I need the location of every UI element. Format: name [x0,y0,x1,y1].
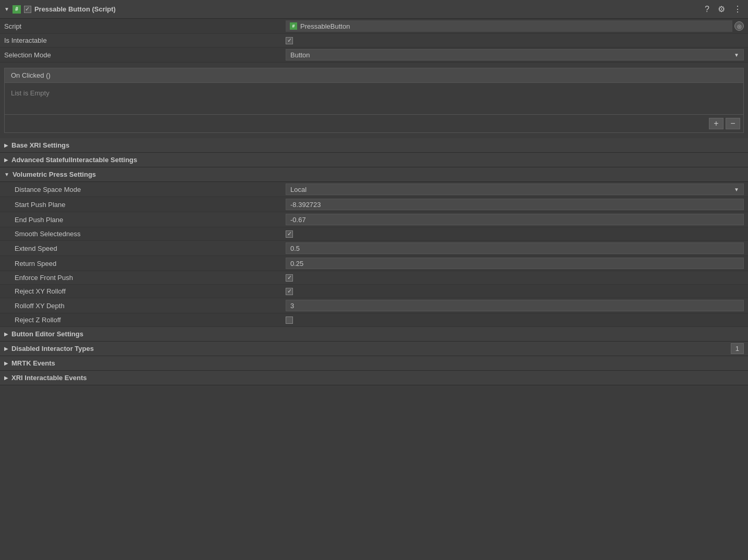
rolloff-xy-depth-label: Rolloff XY Depth [15,302,286,310]
on-clicked-body: List is Empty [5,83,743,114]
enforce-front-push-checkbox[interactable]: ✓ [286,274,293,282]
on-clicked-container: On Clicked () List is Empty + − [0,63,748,138]
start-push-plane-row: Start Push Plane [0,197,748,212]
advanced-stateful-section-header[interactable]: ▶ Advanced StatefulInteractable Settings [0,153,748,167]
base-xri-section-header[interactable]: ▶ Base XRI Settings [0,138,748,153]
selection-mode-dropdown[interactable]: Button ▼ [286,49,744,60]
on-clicked-header: On Clicked () [5,68,743,83]
script-name: PressableButton [300,22,350,30]
volumetric-press-section-header[interactable]: ▼ Volumetric Press Settings [0,167,748,182]
script-file-icon: # [290,22,297,30]
start-push-plane-input[interactable] [286,199,744,210]
xri-events-title: XRI Interactable Events [11,374,87,382]
list-empty-text: List is Empty [11,89,50,97]
distance-space-dropdown-arrow: ▼ [734,187,739,192]
enforce-front-push-checkmark: ✓ [287,274,292,281]
smooth-selectedness-checkmark: ✓ [287,230,292,237]
smooth-selectedness-value: ✓ [286,230,744,238]
component-enabled-checkbox[interactable]: ✓ [24,6,31,13]
is-interactable-label: Is Interactable [4,36,286,44]
script-picker-button[interactable]: ◎ [734,21,744,31]
component-header: ▼ # ✓ Pressable Button (Script) ? ⚙ ⋮ [0,0,748,19]
script-value-area: # PressableButton ◎ [286,20,744,32]
remove-event-button[interactable]: − [726,118,740,129]
end-push-plane-value [286,214,744,225]
mrtk-events-section-header[interactable]: ▶ MRTK Events [0,356,748,371]
disabled-interactor-badge-area: 1 [731,345,744,352]
advanced-stateful-title: Advanced StatefulInteractable Settings [11,156,137,164]
disabled-interactor-arrow: ▶ [4,346,8,351]
volumetric-press-arrow: ▼ [4,172,9,177]
component-panel: ▼ # ✓ Pressable Button (Script) ? ⚙ ⋮ Sc… [0,0,748,385]
enforce-front-push-row: Enforce Front Push ✓ [0,271,748,285]
start-push-plane-value [286,199,744,210]
script-row: Script # PressableButton ◎ [0,19,748,34]
volumetric-press-title: Volumetric Press Settings [13,171,96,178]
end-push-plane-input[interactable] [286,214,744,225]
reject-z-rolloff-checkbox[interactable] [286,316,293,324]
return-speed-label: Return Speed [15,260,286,267]
button-editor-title: Button Editor Settings [11,330,83,338]
return-speed-input[interactable] [286,258,744,269]
xri-events-section-header[interactable]: ▶ XRI Interactable Events [0,371,748,385]
on-clicked-title: On Clicked () [11,71,51,79]
smooth-selectedness-checkbox[interactable]: ✓ [286,230,293,238]
collapse-arrow[interactable]: ▼ [4,6,9,12]
extend-speed-row: Extend Speed [0,241,748,256]
start-push-plane-label: Start Push Plane [15,201,286,209]
rolloff-xy-depth-value [286,300,744,311]
rolloff-xy-depth-input[interactable] [286,300,744,311]
reject-xy-rolloff-checkbox[interactable]: ✓ [286,288,293,295]
advanced-stateful-arrow: ▶ [4,157,8,163]
add-event-button[interactable]: + [709,118,724,129]
rolloff-xy-depth-row: Rolloff XY Depth [0,298,748,313]
selection-mode-row: Selection Mode Button ▼ [0,47,748,63]
script-value: # PressableButton [286,20,732,32]
script-icon: # [13,5,21,14]
reject-xy-rolloff-checkmark: ✓ [287,288,292,295]
extend-speed-input[interactable] [286,242,744,254]
base-xri-arrow: ▶ [4,142,8,148]
is-interactable-row: Is Interactable ✓ [0,34,748,47]
distance-space-mode-dropdown[interactable]: Local ▼ [286,184,744,195]
component-title: Pressable Button (Script) [34,5,700,13]
selection-mode-text: Button [290,51,310,59]
distance-space-mode-label: Distance Space Mode [15,186,286,193]
button-editor-arrow: ▶ [4,331,8,337]
disabled-interactor-count: 1 [731,343,744,354]
menu-button[interactable]: ⋮ [731,3,744,15]
volumetric-press-content: Distance Space Mode Local ▼ Start Push P… [0,182,748,327]
help-button[interactable]: ? [703,4,712,15]
enforce-front-push-label: Enforce Front Push [15,274,286,282]
xri-events-arrow: ▶ [4,375,8,381]
reject-z-rolloff-label: Reject Z Rolloff [15,316,286,324]
smooth-selectedness-row: Smooth Selectedness ✓ [0,227,748,241]
on-clicked-section: On Clicked () List is Empty + − [4,68,744,133]
mrtk-events-title: MRTK Events [11,359,55,367]
disabled-interactor-section-header[interactable]: ▶ Disabled Interactor Types 1 [0,342,748,356]
on-clicked-footer: + − [5,114,743,132]
is-interactable-checkmark: ✓ [287,37,292,44]
button-editor-section-header[interactable]: ▶ Button Editor Settings [0,327,748,342]
selection-mode-label: Selection Mode [4,51,286,59]
dropdown-arrow-icon: ▼ [734,52,739,58]
extend-speed-label: Extend Speed [15,245,286,252]
checkmark-icon: ✓ [25,6,30,13]
base-xri-title: Base XRI Settings [11,141,69,149]
mrtk-events-arrow: ▶ [4,360,8,366]
reject-z-rolloff-row: Reject Z Rolloff [0,313,748,327]
return-speed-row: Return Speed [0,256,748,271]
settings-button[interactable]: ⚙ [716,3,727,15]
selection-mode-value: Button ▼ [286,49,744,60]
is-interactable-value: ✓ [286,37,744,44]
disabled-interactor-title: Disabled Interactor Types [11,345,94,352]
reject-xy-rolloff-value: ✓ [286,288,744,295]
return-speed-value [286,258,744,269]
reject-xy-rolloff-row: Reject XY Rolloff ✓ [0,285,748,298]
header-actions: ? ⚙ ⋮ [703,3,744,15]
distance-space-mode-row: Distance Space Mode Local ▼ [0,182,748,197]
reject-xy-rolloff-label: Reject XY Rolloff [15,287,286,295]
is-interactable-checkbox[interactable]: ✓ [286,37,293,44]
smooth-selectedness-label: Smooth Selectedness [15,230,286,238]
distance-space-mode-value: Local ▼ [286,184,744,195]
